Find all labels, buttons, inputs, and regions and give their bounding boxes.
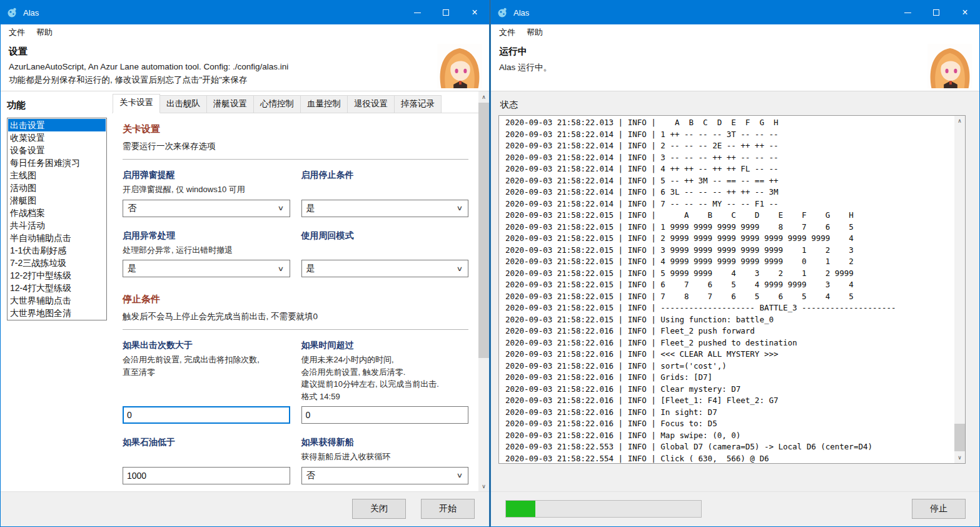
tab-submarine[interactable]: 潜艇设置 — [206, 95, 254, 113]
log-line: 2020-09-03 21:58:22.016 | INFO | Clear m… — [505, 384, 952, 396]
close-button[interactable]: × — [460, 1, 489, 24]
oil-limit-input[interactable] — [123, 467, 290, 484]
start-button[interactable]: 开始 — [421, 499, 475, 519]
field-if-sortie-count: 如果出击次数大于 会沿用先前设置, 完成出击将扣除次数, 直至清零 — [123, 340, 290, 424]
tab-mood-control[interactable]: 心情控制 — [253, 95, 301, 113]
log-line: 2020-09-03 21:58:22.014 | INFO | 2 -- --… — [505, 140, 952, 152]
menu-file[interactable]: 文件 — [3, 24, 31, 41]
sidebar-item-os-assist[interactable]: 大世界辅助点击 — [8, 294, 106, 307]
sidebar-item-submarine-map[interactable]: 潜艇图 — [8, 194, 106, 207]
tab-fleet[interactable]: 出击舰队 — [159, 95, 207, 113]
page-subtitle-2: 功能都是分别保存和运行的, 修改设置后别忘了点击"开始"来保存 — [9, 74, 489, 86]
field-label: 启用停止条件 — [301, 170, 469, 181]
chevron-down-icon: ∨ — [457, 471, 463, 479]
sidebar-item-12-4-large-leveling[interactable]: 12-4打大型练级 — [8, 282, 106, 294]
settings-footer: 关闭 开始 — [1, 491, 489, 526]
chevron-down-icon: ∨ — [457, 265, 463, 273]
sidebar-item-daily-hard-exercise[interactable]: 每日任务困难演习 — [8, 156, 106, 169]
titlebar[interactable]: Alas × — [1, 1, 489, 24]
menu-file[interactable]: 文件 — [493, 24, 521, 41]
sidebar-item-attack-settings[interactable]: 出击设置 — [8, 119, 106, 131]
sidebar-item-harvest-settings[interactable]: 收菜设置 — [8, 131, 106, 144]
sidebar-item-1-1-affinity[interactable]: 1-1伏击刷好感 — [8, 244, 106, 257]
popup-notify-dropdown[interactable]: 否 ∨ — [123, 200, 290, 217]
sidebar-item-event-map[interactable]: 活动图 — [8, 182, 106, 194]
window-title: Alas — [23, 8, 403, 18]
close-window-button[interactable]: 关闭 — [352, 499, 406, 519]
time-limit-input[interactable] — [301, 406, 469, 424]
log-line: 2020-09-03 21:58:22.016 | INFO | Focus t… — [505, 418, 952, 430]
window-title: Alas — [513, 8, 893, 18]
alas-app-icon — [497, 7, 508, 18]
sidebar-item-main-chapter[interactable]: 主线图 — [8, 169, 106, 182]
scroll-thumb[interactable] — [954, 424, 965, 451]
section-title-stage: 关卡设置 — [123, 123, 468, 135]
sidebar-item-semi-auto-assist[interactable]: 半自动辅助点击 — [8, 232, 106, 244]
titlebar[interactable]: Alas × — [491, 1, 979, 24]
sidebar-item-os-clear-map[interactable]: 大世界地图全清 — [8, 307, 106, 319]
maximize-button[interactable] — [922, 1, 951, 24]
tab-retirement[interactable]: 退役设置 — [347, 95, 395, 113]
log-line: 2020-09-03 21:58:22.553 | INFO | Global … — [505, 441, 952, 453]
menubar: 文件 帮助 — [1, 24, 489, 41]
field-label: 启用弹窗提醒 — [123, 170, 290, 181]
tab-drop-record[interactable]: 掉落记录 — [394, 95, 442, 113]
field-label: 启用异常处理 — [123, 230, 290, 242]
log-line: 2020-09-03 21:58:22.016 | INFO | Map swi… — [505, 430, 952, 442]
scroll-up-icon[interactable]: ∧ — [478, 91, 489, 102]
log-line: 2020-09-03 21:58:22.016 | INFO | Fleet_2… — [505, 337, 952, 349]
dropdown-value: 否 — [306, 470, 315, 481]
chevron-down-icon: ∨ — [278, 265, 285, 273]
log-line: 2020-09-03 21:58:22.554 | INFO | Click (… — [505, 453, 952, 464]
stop-button[interactable]: 停止 — [912, 499, 966, 519]
log-line: 2020-09-03 21:58:22.015 | INFO | 1 9999 … — [505, 222, 952, 233]
dropdown-value: 否 — [128, 203, 136, 214]
settings-form: 关卡设置 需要运行一次来保存选项 启用弹窗提醒 开启弹窗提醒, 仅 window… — [112, 113, 478, 491]
alas-app-icon — [7, 7, 18, 18]
enable-stop-condition-dropdown[interactable]: 是 ∨ — [301, 200, 469, 217]
log-line: 2020-09-03 21:58:22.016 | INFO | Grids: … — [505, 372, 952, 384]
log-line: 2020-09-03 21:58:22.014 | INFO | 7 -- --… — [505, 198, 952, 210]
minimize-button[interactable] — [893, 1, 922, 24]
sidebar-item-7-2-trash[interactable]: 7-2三战拣垃圾 — [8, 257, 106, 269]
close-button[interactable]: × — [951, 1, 979, 24]
settings-window: Alas × 文件 帮助 设置 AzurLaneAutoScript, An A… — [0, 0, 490, 527]
new-ship-dropdown[interactable]: 否 ∨ — [301, 467, 469, 484]
sidebar-item-device-settings[interactable]: 设备设置 — [8, 144, 106, 156]
tab-hp-control[interactable]: 血量控制 — [300, 95, 348, 113]
chevron-down-icon: ∨ — [457, 204, 463, 212]
field-desc: 开启弹窗提醒, 仅 windows10 可用 — [123, 183, 290, 196]
sidebar-item-12-2-medium-leveling[interactable]: 12-2打中型练级 — [8, 269, 106, 282]
scroll-thumb[interactable] — [478, 103, 489, 358]
sidebar-item-war-archives[interactable]: 作战档案 — [8, 207, 106, 219]
settings-main-panel: 关卡设置 出击舰队 潜艇设置 心情控制 血量控制 退役设置 掉落记录 关卡设置 … — [112, 91, 478, 491]
page-header: 设置 AzurLaneAutoScript, An Azur Lane auto… — [1, 41, 489, 91]
dropdown-value: 是 — [306, 203, 315, 214]
sortie-count-input[interactable] — [123, 406, 290, 424]
page-subtitle-1: AzurLaneAutoScript, An Azur Lane automat… — [9, 62, 489, 71]
tab-stage-settings[interactable]: 关卡设置 — [113, 94, 160, 113]
log-line: 2020-09-03 21:58:22.014 | INFO | 6 3L --… — [505, 187, 952, 198]
scroll-up-icon[interactable]: ∧ — [954, 116, 965, 126]
settings-body: 功能 出击设置 收菜设置 设备设置 每日任务困难演习 主线图 活动图 潜艇图 作… — [1, 91, 489, 491]
scroll-down-icon[interactable]: ∨ — [954, 453, 965, 463]
menu-help[interactable]: 帮助 — [31, 24, 58, 41]
log-line: 2020-09-03 21:58:22.016 | INFO | In sigh… — [505, 407, 952, 419]
log-line: 2020-09-03 21:58:22.015 | INFO | 3 9999 … — [505, 245, 952, 257]
scroll-down-icon[interactable]: ∨ — [478, 481, 489, 491]
field-label: 如果获得新船 — [301, 437, 469, 448]
field-label: 使用周回模式 — [301, 230, 469, 242]
loop-mode-dropdown[interactable]: 是 ∨ — [301, 260, 469, 277]
sidebar-item-coop-event[interactable]: 共斗活动 — [8, 219, 106, 232]
exception-handling-dropdown[interactable]: 是 ∨ — [123, 260, 290, 277]
maximize-button[interactable] — [432, 1, 460, 24]
minimize-button[interactable] — [403, 1, 432, 24]
menu-help[interactable]: 帮助 — [521, 24, 548, 41]
log-line: 2020-09-03 21:58:22.014 | INFO | 5 -- ++… — [505, 175, 952, 187]
log-scrollbar[interactable]: ∧ ∨ — [954, 116, 965, 463]
divider — [123, 329, 468, 330]
page-title: 设置 — [9, 46, 489, 58]
settings-scrollbar[interactable]: ∧ ∨ — [478, 91, 489, 491]
log-panel[interactable]: 2020-09-03 21:58:22.013 | INFO | A B C D… — [498, 115, 966, 464]
log-line: 2020-09-03 21:58:22.015 | INFO | Using f… — [505, 314, 952, 326]
